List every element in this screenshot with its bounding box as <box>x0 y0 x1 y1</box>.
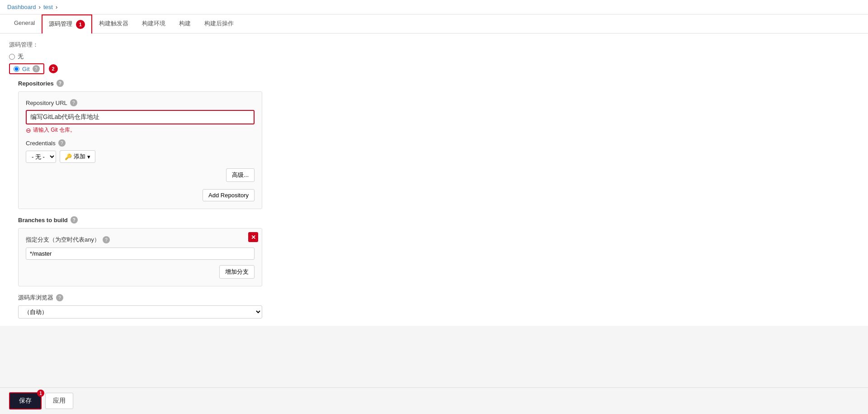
error-icon: ⊖ <box>26 127 31 134</box>
git-step-badge: 2 <box>49 64 58 73</box>
tab-build[interactable]: 构建 <box>172 14 198 33</box>
breadcrumb-bar: Dashboard › test › <box>0 0 868 14</box>
source-browser-label: 源码库浏览器 ? <box>18 294 859 302</box>
repo-url-help[interactable]: ? <box>70 99 77 106</box>
branch-card: ✕ 指定分支（为空时代表any） ? 增加分支 <box>18 228 262 286</box>
repo-url-input[interactable] <box>30 114 250 121</box>
scm-radio-group: 无 Git ? 2 <box>9 52 859 74</box>
credentials-help[interactable]: ? <box>58 139 66 147</box>
breadcrumb-dashboard[interactable]: Dashboard <box>7 4 36 10</box>
branches-header: Branches to build ? <box>18 216 859 224</box>
repo-actions: 高级... Add Repository <box>26 168 255 201</box>
repo-url-input-wrapper <box>26 110 255 124</box>
radio-git[interactable] <box>14 66 19 72</box>
scm-none-label: 无 <box>18 52 24 61</box>
content-area: 源码管理： 无 Git ? 2 Repositories ? <box>0 33 868 326</box>
scm-git-option: Git ? 2 <box>9 63 859 74</box>
git-radio-wrapper: Git ? <box>9 63 44 74</box>
error-text: 请输入 Git 仓库。 <box>33 126 75 134</box>
repositories-section: Repositories ? Repository URL ? ⊖ 请输入 Gi… <box>18 80 859 209</box>
branch-actions: 增加分支 <box>26 265 255 279</box>
source-browser-help[interactable]: ? <box>56 294 63 301</box>
repositories-help[interactable]: ? <box>57 80 64 87</box>
credentials-select[interactable]: - 无 - <box>26 151 56 163</box>
tab-source-badge: 1 <box>76 20 85 29</box>
branches-help[interactable]: ? <box>71 216 78 224</box>
credentials-row: - 无 - 🔑 添加 ▾ <box>26 150 255 163</box>
breadcrumb-project[interactable]: test <box>43 4 53 10</box>
add-chevron-icon: ▾ <box>87 153 90 160</box>
tab-build-env[interactable]: 构建环境 <box>135 14 172 33</box>
branch-label: 指定分支（为空时代表any） ? <box>26 236 255 244</box>
credentials-add-button[interactable]: 🔑 添加 ▾ <box>60 150 95 163</box>
add-repository-button[interactable]: Add Repository <box>203 189 255 201</box>
breadcrumb-sep2: › <box>56 4 57 10</box>
main-content: General 源码管理 1 构建触发器 构建环境 构建 构建后操作 源码管理：… <box>0 14 868 326</box>
branches-section: Branches to build ? ✕ 指定分支（为空时代表any） ? 增… <box>18 216 859 286</box>
scm-git-label: Git <box>22 66 30 72</box>
branch-input[interactable] <box>26 247 255 260</box>
git-help-badge[interactable]: ? <box>33 65 40 72</box>
source-browser-select[interactable]: （自动） <box>18 305 262 319</box>
repositories-header: Repositories ? <box>18 80 859 87</box>
tabs-bar: General 源码管理 1 构建触发器 构建环境 构建 构建后操作 <box>0 14 868 33</box>
repo-url-error: ⊖ 请输入 Git 仓库。 <box>26 126 255 134</box>
tab-post-build[interactable]: 构建后操作 <box>198 14 241 33</box>
tab-general[interactable]: General <box>7 14 42 33</box>
scm-section-label: 源码管理： <box>9 41 859 49</box>
credentials-label: Credentials ? <box>26 139 255 147</box>
repo-card: Repository URL ? ⊖ 请输入 Git 仓库。 Credentia… <box>18 91 262 209</box>
remove-branch-button[interactable]: ✕ <box>248 232 258 242</box>
repo-url-label: Repository URL ? <box>26 99 255 106</box>
branch-help-badge[interactable]: ? <box>103 236 110 243</box>
credentials-section: Credentials ? - 无 - 🔑 添加 ▾ <box>26 139 255 163</box>
breadcrumb-sep1: › <box>39 4 41 10</box>
source-browser-section: 源码库浏览器 ? （自动） <box>18 294 859 319</box>
scm-none-option: 无 <box>9 52 859 61</box>
key-icon: 🔑 <box>65 153 72 160</box>
advanced-button[interactable]: 高级... <box>226 168 255 182</box>
repositories-label: Repositories <box>18 80 54 87</box>
tab-source[interactable]: 源码管理 1 <box>42 14 92 33</box>
tab-build-trigger[interactable]: 构建触发器 <box>92 14 135 33</box>
radio-none[interactable] <box>9 54 15 60</box>
add-branch-button[interactable]: 增加分支 <box>219 265 255 279</box>
